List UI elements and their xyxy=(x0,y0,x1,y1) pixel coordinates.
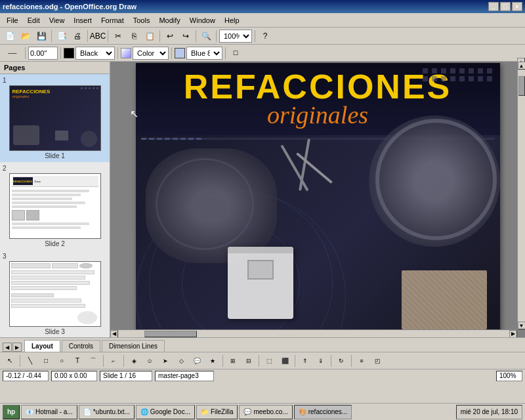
fill-icon[interactable] xyxy=(121,48,131,58)
line-color-select[interactable]: Black xyxy=(75,47,115,60)
bring-front-icon[interactable]: ⇑ xyxy=(298,354,312,368)
redo-icon[interactable]: ↪ xyxy=(178,29,193,43)
vscroll-thumb[interactable] xyxy=(518,76,525,96)
tab-scroll-left[interactable]: ◀ xyxy=(3,343,12,352)
taskbar-meebo[interactable]: 💬 meebo.co... xyxy=(239,405,292,419)
curve-tool-icon[interactable]: ⌒ xyxy=(86,354,100,368)
line-width-input[interactable] xyxy=(28,47,58,60)
toolbar-sep7 xyxy=(255,30,255,42)
copy-icon[interactable]: ⎘ xyxy=(127,29,141,43)
thumb3-row6 xyxy=(11,304,86,308)
menu-file[interactable]: File xyxy=(3,15,22,26)
thumb2-content: REFACCIONES Cece xyxy=(10,174,100,238)
cut-icon[interactable]: ✂ xyxy=(111,29,125,43)
zoom-combo[interactable]: 100% xyxy=(219,30,252,43)
text-tool-icon[interactable]: T xyxy=(70,354,85,368)
open-icon[interactable]: 📂 xyxy=(18,29,33,43)
start-button[interactable]: hp xyxy=(3,405,20,419)
minimize-button[interactable]: _ xyxy=(488,2,499,11)
tab-scroll-right[interactable]: ▶ xyxy=(12,343,22,352)
snap-guide-icon[interactable]: ⊟ xyxy=(242,354,256,368)
taskbar-refacciones[interactable]: 🎨 refacciones... xyxy=(294,405,352,419)
close-button[interactable]: × xyxy=(512,2,522,11)
page-item-3[interactable]: 3 xyxy=(0,250,110,337)
menu-modify[interactable]: Modify xyxy=(155,15,184,26)
line-style-icon[interactable]: ── xyxy=(3,46,22,60)
hscroll-right[interactable]: ▶ xyxy=(509,330,517,338)
help-icon[interactable]: ? xyxy=(258,29,272,43)
thumb2-line2 xyxy=(12,194,81,196)
fill-color-swatch xyxy=(175,48,185,58)
shadow-icon[interactable]: ☐ xyxy=(228,46,243,60)
select-icon[interactable]: ↖ xyxy=(3,354,17,368)
canvas-area: ↖ ▲ ▼ ◀ ▶ xyxy=(110,62,525,337)
pdf-icon[interactable]: 📑 xyxy=(54,29,69,43)
taskbar-hotmail[interactable]: 📧 Hotmail - a... xyxy=(21,405,77,419)
canvas-vscrollbar[interactable]: ▲ ▼ xyxy=(517,62,525,329)
fmt-sep3 xyxy=(117,47,118,59)
bottom-tabs: ◀ ▶ Layout Controls Dimension Lines xyxy=(0,337,525,352)
paste-icon[interactable]: 📋 xyxy=(142,29,157,43)
fill-type-select[interactable]: Color xyxy=(133,47,169,60)
rect-tool-icon[interactable]: □ xyxy=(39,354,53,368)
menu-bar: File Edit View Insert Format Tools Modif… xyxy=(0,13,525,28)
callouts-icon[interactable]: 💬 xyxy=(190,354,204,368)
status-right: 100% xyxy=(496,371,522,381)
draw-toolbar: ↖ ╲ □ ○ T ⌒ ⌐ ◈ ☺ ➤ ◇ 💬 ★ ⊞ ⊟ ⬚ ⬛ ⇑ ⇓ ↻ … xyxy=(0,352,525,369)
menu-view[interactable]: View xyxy=(45,15,69,26)
slide-background: REFACCIONES originales xyxy=(136,63,500,336)
fmt-sep5 xyxy=(225,47,226,59)
stars-icon[interactable]: ★ xyxy=(205,354,220,368)
hscroll-left[interactable]: ◀ xyxy=(110,330,118,338)
draw-sep8 xyxy=(351,355,352,367)
thumb1-content: REFACCIONES originales xyxy=(10,86,100,150)
send-back-icon[interactable]: ⇓ xyxy=(314,354,328,368)
save-icon[interactable]: 💾 xyxy=(34,29,49,43)
menu-format[interactable]: Format xyxy=(97,15,128,26)
fill-color-select[interactable]: Blue 8 xyxy=(186,47,222,60)
window-controls[interactable]: _ □ × xyxy=(488,2,522,11)
thumb2-line1 xyxy=(12,190,90,192)
shadow-draw-icon[interactable]: ◰ xyxy=(370,354,385,368)
spell-icon[interactable]: ABC xyxy=(91,29,105,43)
menu-edit[interactable]: Edit xyxy=(24,15,44,26)
align-icon[interactable]: ≡ xyxy=(354,354,369,368)
taskbar: hp 📧 Hotmail - a... 📄 *ubuntu.txt... 🌐 G… xyxy=(0,403,525,420)
vscroll-up[interactable]: ▲ xyxy=(518,62,526,70)
menu-help[interactable]: Help xyxy=(220,15,243,26)
connector-icon[interactable]: ⌐ xyxy=(106,354,121,368)
new-icon[interactable]: 📄 xyxy=(3,29,17,43)
menu-window[interactable]: Window xyxy=(186,15,219,26)
taskbar-filezilla[interactable]: 📁 FileZilla xyxy=(196,405,238,419)
status-slide-info: Slide 1 / 16 xyxy=(100,371,152,381)
vscroll-down[interactable]: ▼ xyxy=(518,322,526,329)
page-item-2[interactable]: 2 REFACCIONES Cece xyxy=(0,162,110,250)
tab-controls[interactable]: Controls xyxy=(62,340,100,352)
ungroup-icon[interactable]: ⬛ xyxy=(278,354,292,368)
rotate-icon[interactable]: ↻ xyxy=(334,354,348,368)
menu-insert[interactable]: Insert xyxy=(70,15,96,26)
symbol-shapes-icon[interactable]: ☺ xyxy=(142,354,157,368)
page-item-1[interactable]: 1 REFACCIONES originales xyxy=(0,74,110,162)
print-icon[interactable]: 🖨 xyxy=(70,29,85,43)
maximize-button[interactable]: □ xyxy=(500,2,511,11)
group-icon[interactable]: ⬚ xyxy=(262,354,276,368)
taskbar-google[interactable]: 🌐 Google Doc... xyxy=(136,405,195,419)
basic-shapes-icon[interactable]: ◈ xyxy=(127,354,141,368)
menu-tools[interactable]: Tools xyxy=(129,15,154,26)
tab-layout[interactable]: Layout xyxy=(24,340,60,352)
flowchart-icon[interactable]: ◇ xyxy=(174,354,188,368)
tab-scroll-arrows[interactable]: ◀ ▶ xyxy=(3,343,22,352)
line-tool-icon[interactable]: ╲ xyxy=(23,354,37,368)
snap-grid-icon[interactable]: ⊞ xyxy=(226,354,240,368)
taskbar-ubuntu[interactable]: 📄 *ubuntu.txt... xyxy=(79,405,135,419)
tab-dimension-lines[interactable]: Dimension Lines xyxy=(102,340,165,352)
thumb3-row4 xyxy=(11,286,77,290)
find-icon[interactable]: 🔍 xyxy=(199,29,213,43)
canvas-hscrollbar[interactable]: ◀ ▶ xyxy=(110,329,517,337)
undo-icon[interactable]: ↩ xyxy=(163,29,177,43)
block-arrows-icon[interactable]: ➤ xyxy=(158,354,173,368)
hotmail-label: Hotmail - a... xyxy=(35,408,73,415)
ellipse-tool-icon[interactable]: ○ xyxy=(54,354,69,368)
hscroll-thumb[interactable] xyxy=(144,331,197,337)
